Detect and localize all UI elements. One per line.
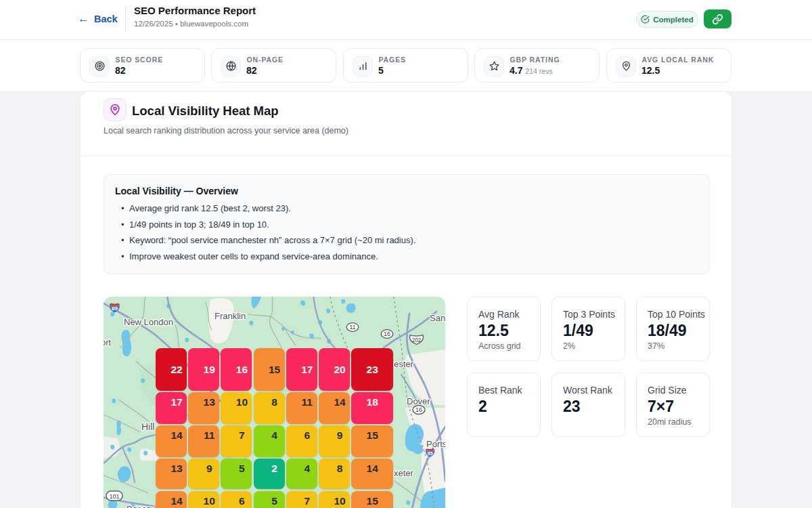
svg-text:16: 16 <box>384 331 390 337</box>
svg-text:Ports: Ports <box>426 439 445 449</box>
svg-text:New London: New London <box>124 317 173 327</box>
svg-text:xeter: xeter <box>394 468 414 478</box>
svg-text:Franklin: Franklin <box>215 311 246 321</box>
svg-text:Sanf: Sanf <box>430 313 445 323</box>
svg-text:101: 101 <box>110 493 120 500</box>
svg-text:202: 202 <box>412 337 422 343</box>
svg-text:Hill: Hill <box>141 421 154 432</box>
svg-text:11: 11 <box>349 324 355 331</box>
svg-text:ester: ester <box>394 359 414 369</box>
svg-text:89: 89 <box>112 305 118 312</box>
svg-text:Dover: Dover <box>407 396 430 406</box>
svg-text:16: 16 <box>415 406 422 413</box>
svg-text:95: 95 <box>428 450 433 457</box>
svg-text:ort: ort <box>104 337 112 347</box>
